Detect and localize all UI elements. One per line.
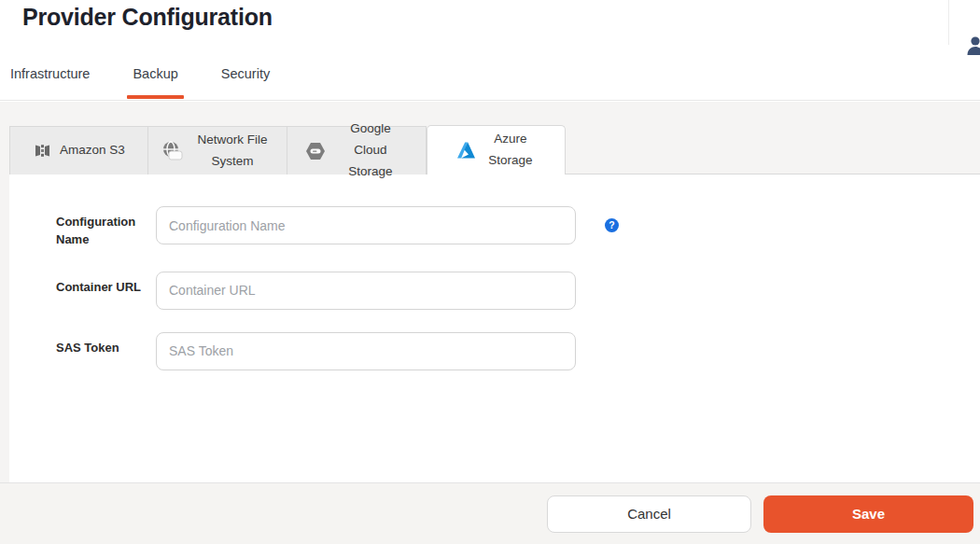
header: Provider Configuration Infrastructure Ba… — [0, 0, 980, 101]
tab-backup[interactable]: Backup — [133, 66, 177, 105]
sas-token-input[interactable] — [156, 332, 576, 370]
provider-tab-azure-storage[interactable]: Azure Storage — [427, 125, 566, 174]
network-globe-icon — [161, 141, 184, 161]
sas-token-label: SAS Token — [56, 332, 156, 357]
provider-tab-network-file-system[interactable]: Network File System — [148, 126, 287, 174]
footer-actions: Cancel Save — [0, 482, 980, 544]
provider-tab-google-cloud-storage[interactable]: Google Cloud Storage — [287, 126, 427, 174]
configuration-name-input[interactable] — [156, 206, 576, 244]
configuration-name-label: Configuration Name — [56, 206, 156, 249]
amazon-s3-icon — [33, 141, 52, 160]
save-button[interactable]: Save — [763, 495, 973, 533]
azure-storage-form: Configuration Name ? Container URL SAS T… — [9, 174, 980, 370]
provider-tab-label: Network File System — [191, 130, 273, 173]
container-url-input[interactable] — [156, 272, 576, 310]
provider-tab-label: Google Cloud Storage — [333, 119, 408, 183]
help-icon[interactable]: ? — [605, 218, 619, 232]
tab-security[interactable]: Security — [221, 66, 270, 105]
form-row-sas-token: SAS Token — [9, 332, 980, 370]
container-url-label: Container URL — [56, 272, 156, 297]
provider-tab-label: Azure Storage — [484, 129, 537, 172]
gcs-hexagon-icon — [305, 142, 326, 160]
cancel-button[interactable]: Cancel — [547, 495, 751, 533]
provider-tab-amazon-s3[interactable]: Amazon S3 — [9, 126, 148, 174]
provider-tabstrip: Amazon S3 Network File System — [9, 125, 980, 174]
azure-icon — [455, 141, 477, 160]
form-row-configuration-name: Configuration Name ? — [9, 206, 980, 249]
top-nav: Infrastructure Backup Security — [10, 66, 270, 105]
header-divider — [948, 0, 949, 45]
provider-form-panel: Configuration Name ? Container URL SAS T… — [9, 174, 980, 482]
form-row-container-url: Container URL — [9, 272, 980, 310]
provider-tab-label: Amazon S3 — [60, 140, 125, 161]
tab-infrastructure[interactable]: Infrastructure — [10, 66, 90, 105]
main-content: Amazon S3 Network File System — [0, 102, 980, 544]
page-title: Provider Configuration — [22, 4, 273, 31]
user-icon[interactable] — [965, 35, 980, 56]
